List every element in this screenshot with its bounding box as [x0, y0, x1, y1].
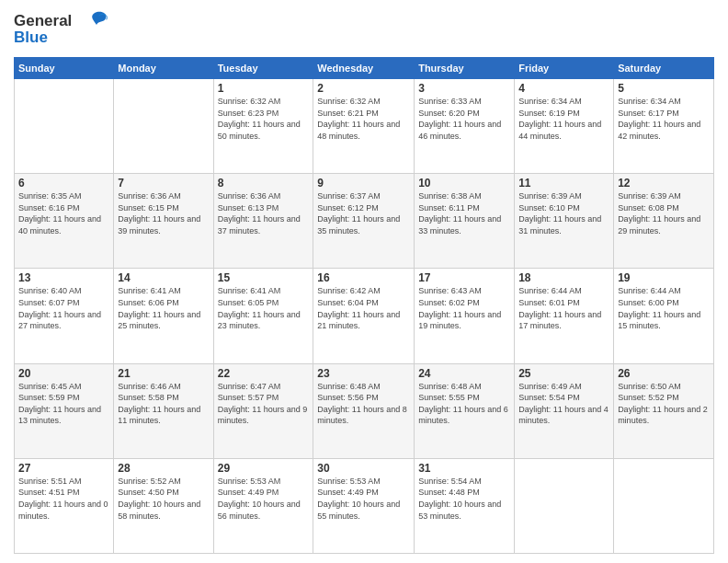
day-number: 11 [518, 177, 609, 190]
day-cell: 27Sunrise: 5:51 AM Sunset: 4:51 PM Dayli… [15, 458, 114, 553]
weekday-header-monday: Monday [114, 58, 213, 79]
day-info: Sunrise: 5:53 AM Sunset: 4:49 PM Dayligh… [317, 476, 410, 522]
day-number: 30 [317, 462, 410, 475]
day-cell: 14Sunrise: 6:41 AM Sunset: 6:06 PM Dayli… [114, 269, 213, 363]
day-cell: 16Sunrise: 6:42 AM Sunset: 6:04 PM Dayli… [313, 269, 415, 363]
day-info: Sunrise: 6:35 AM Sunset: 6:16 PM Dayligh… [18, 190, 109, 236]
day-cell: 3Sunrise: 6:33 AM Sunset: 6:20 PM Daylig… [415, 79, 515, 174]
day-info: Sunrise: 6:32 AM Sunset: 6:21 PM Dayligh… [317, 96, 410, 142]
day-cell: 12Sunrise: 6:39 AM Sunset: 6:08 PM Dayli… [614, 174, 714, 269]
day-cell: 23Sunrise: 6:48 AM Sunset: 5:56 PM Dayli… [313, 363, 415, 458]
day-info: Sunrise: 6:46 AM Sunset: 5:58 PM Dayligh… [118, 381, 209, 427]
day-number: 18 [518, 271, 609, 284]
logo: General Blue [14, 9, 115, 50]
header: General Blue [14, 9, 714, 50]
day-cell: 21Sunrise: 6:46 AM Sunset: 5:58 PM Dayli… [114, 363, 213, 458]
week-row-2: 6Sunrise: 6:35 AM Sunset: 6:16 PM Daylig… [15, 174, 714, 269]
day-cell: 18Sunrise: 6:44 AM Sunset: 6:01 PM Dayli… [515, 269, 614, 363]
day-cell: 17Sunrise: 6:43 AM Sunset: 6:02 PM Dayli… [415, 269, 515, 363]
week-row-1: 1Sunrise: 6:32 AM Sunset: 6:23 PM Daylig… [15, 79, 714, 174]
day-info: Sunrise: 6:48 AM Sunset: 5:55 PM Dayligh… [418, 381, 510, 427]
day-number: 2 [317, 82, 410, 95]
day-info: Sunrise: 6:36 AM Sunset: 6:13 PM Dayligh… [218, 190, 310, 236]
day-number: 16 [317, 271, 410, 284]
day-number: 31 [418, 462, 510, 475]
day-number: 24 [418, 367, 510, 380]
day-cell: 15Sunrise: 6:41 AM Sunset: 6:05 PM Dayli… [213, 269, 313, 363]
day-number: 23 [317, 367, 410, 380]
day-info: Sunrise: 6:50 AM Sunset: 5:52 PM Dayligh… [618, 381, 710, 427]
day-info: Sunrise: 6:41 AM Sunset: 6:06 PM Dayligh… [118, 285, 209, 331]
day-number: 5 [618, 82, 710, 95]
day-number: 13 [18, 271, 109, 284]
day-number: 6 [18, 177, 109, 190]
day-info: Sunrise: 6:40 AM Sunset: 6:07 PM Dayligh… [18, 285, 109, 331]
day-info: Sunrise: 6:47 AM Sunset: 5:57 PM Dayligh… [218, 381, 310, 427]
day-info: Sunrise: 6:43 AM Sunset: 6:02 PM Dayligh… [418, 285, 510, 331]
day-number: 27 [18, 462, 109, 475]
day-cell: 10Sunrise: 6:38 AM Sunset: 6:11 PM Dayli… [415, 174, 515, 269]
weekday-header-friday: Friday [515, 58, 614, 79]
day-number: 19 [618, 271, 710, 284]
day-cell: 24Sunrise: 6:48 AM Sunset: 5:55 PM Dayli… [415, 363, 515, 458]
day-number: 8 [218, 177, 310, 190]
day-cell: 8Sunrise: 6:36 AM Sunset: 6:13 PM Daylig… [213, 174, 313, 269]
day-cell: 2Sunrise: 6:32 AM Sunset: 6:21 PM Daylig… [313, 79, 415, 174]
day-number: 10 [418, 177, 510, 190]
week-row-5: 27Sunrise: 5:51 AM Sunset: 4:51 PM Dayli… [15, 458, 714, 553]
weekday-header-row: SundayMondayTuesdayWednesdayThursdayFrid… [15, 58, 714, 79]
day-number: 14 [118, 271, 209, 284]
day-cell [114, 79, 213, 174]
day-number: 20 [18, 367, 109, 380]
day-cell: 20Sunrise: 6:45 AM Sunset: 5:59 PM Dayli… [15, 363, 114, 458]
week-row-3: 13Sunrise: 6:40 AM Sunset: 6:07 PM Dayli… [15, 269, 714, 363]
day-cell: 7Sunrise: 6:36 AM Sunset: 6:15 PM Daylig… [114, 174, 213, 269]
day-number: 7 [118, 177, 209, 190]
day-info: Sunrise: 6:45 AM Sunset: 5:59 PM Dayligh… [18, 381, 109, 427]
day-cell [515, 458, 614, 553]
day-cell: 19Sunrise: 6:44 AM Sunset: 6:00 PM Dayli… [614, 269, 714, 363]
day-cell [614, 458, 714, 553]
day-number: 1 [218, 82, 310, 95]
day-cell [15, 79, 114, 174]
day-number: 4 [518, 82, 609, 95]
day-info: Sunrise: 5:53 AM Sunset: 4:49 PM Dayligh… [218, 476, 310, 522]
day-number: 9 [317, 177, 410, 190]
day-info: Sunrise: 6:37 AM Sunset: 6:12 PM Dayligh… [317, 190, 410, 236]
day-info: Sunrise: 6:32 AM Sunset: 6:23 PM Dayligh… [218, 96, 310, 142]
day-info: Sunrise: 6:42 AM Sunset: 6:04 PM Dayligh… [317, 285, 410, 331]
day-cell: 25Sunrise: 6:49 AM Sunset: 5:54 PM Dayli… [515, 363, 614, 458]
day-number: 15 [218, 271, 310, 284]
day-number: 3 [418, 82, 510, 95]
day-cell: 22Sunrise: 6:47 AM Sunset: 5:57 PM Dayli… [213, 363, 313, 458]
svg-text:Blue: Blue [14, 29, 48, 46]
day-cell: 13Sunrise: 6:40 AM Sunset: 6:07 PM Dayli… [15, 269, 114, 363]
day-info: Sunrise: 6:49 AM Sunset: 5:54 PM Dayligh… [518, 381, 609, 427]
day-number: 25 [518, 367, 609, 380]
day-number: 17 [418, 271, 510, 284]
logo-full: General Blue [14, 9, 115, 50]
weekday-header-wednesday: Wednesday [313, 58, 415, 79]
day-cell: 28Sunrise: 5:52 AM Sunset: 4:50 PM Dayli… [114, 458, 213, 553]
day-number: 21 [118, 367, 209, 380]
day-info: Sunrise: 5:52 AM Sunset: 4:50 PM Dayligh… [118, 476, 209, 522]
day-number: 28 [118, 462, 209, 475]
weekday-header-saturday: Saturday [614, 58, 714, 79]
weekday-header-sunday: Sunday [15, 58, 114, 79]
day-info: Sunrise: 6:36 AM Sunset: 6:15 PM Dayligh… [118, 190, 209, 236]
day-info: Sunrise: 6:34 AM Sunset: 6:17 PM Dayligh… [618, 96, 710, 142]
day-cell: 9Sunrise: 6:37 AM Sunset: 6:12 PM Daylig… [313, 174, 415, 269]
day-cell: 11Sunrise: 6:39 AM Sunset: 6:10 PM Dayli… [515, 174, 614, 269]
day-cell: 31Sunrise: 5:54 AM Sunset: 4:48 PM Dayli… [415, 458, 515, 553]
day-cell: 5Sunrise: 6:34 AM Sunset: 6:17 PM Daylig… [614, 79, 714, 174]
calendar-table: SundayMondayTuesdayWednesdayThursdayFrid… [14, 57, 714, 554]
day-cell: 4Sunrise: 6:34 AM Sunset: 6:19 PM Daylig… [515, 79, 614, 174]
day-info: Sunrise: 6:48 AM Sunset: 5:56 PM Dayligh… [317, 381, 410, 427]
day-cell: 1Sunrise: 6:32 AM Sunset: 6:23 PM Daylig… [213, 79, 313, 174]
page: General Blue SundayMondayTuesdayWednesda… [0, 0, 728, 563]
day-info: Sunrise: 5:54 AM Sunset: 4:48 PM Dayligh… [418, 476, 510, 522]
day-info: Sunrise: 6:44 AM Sunset: 6:00 PM Dayligh… [618, 285, 710, 331]
svg-text:General: General [14, 12, 72, 29]
day-info: Sunrise: 6:44 AM Sunset: 6:01 PM Dayligh… [518, 285, 609, 331]
weekday-header-tuesday: Tuesday [213, 58, 313, 79]
